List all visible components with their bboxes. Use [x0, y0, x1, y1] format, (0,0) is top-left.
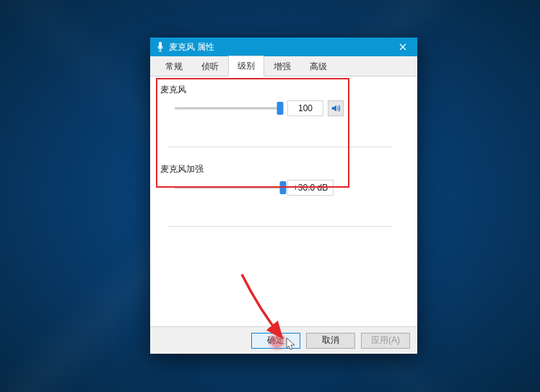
mic-level-slider-thumb[interactable] — [276, 102, 283, 115]
mic-level-label: 麦克风 — [160, 84, 407, 96]
microphone-properties-dialog: 麦克风 属性 常规 侦听 级别 增强 高级 麦克风 100 — [150, 38, 417, 354]
close-icon — [399, 43, 406, 51]
mic-level-value[interactable]: 100 — [287, 100, 323, 116]
dialog-footer: 确定 取消 应用(A) — [150, 326, 417, 354]
tab-general[interactable]: 常规 — [156, 56, 192, 77]
titlebar[interactable]: 麦克风 属性 — [150, 38, 417, 56]
mic-boost-value: +30.0 dB — [287, 180, 334, 196]
mic-mute-button[interactable] — [328, 100, 344, 116]
speaker-icon — [331, 103, 341, 113]
tab-content-levels: 麦克风 100 麦克风加强 — [150, 77, 417, 326]
cancel-button[interactable]: 取消 — [306, 333, 355, 349]
ok-button-label: 确定 — [267, 334, 284, 347]
tab-listen[interactable]: 侦听 — [192, 56, 228, 77]
tab-levels[interactable]: 级别 — [228, 56, 264, 77]
mic-boost-slider[interactable] — [175, 180, 283, 195]
mic-boost-section: 麦克风加强 +30.0 dB — [160, 163, 407, 227]
mic-boost-label: 麦克风加强 — [160, 163, 407, 175]
microphone-icon — [156, 42, 165, 52]
mic-level-section: 麦克风 100 — [160, 84, 407, 147]
tab-enhance[interactable]: 增强 — [264, 56, 300, 77]
close-button[interactable] — [388, 38, 417, 56]
mic-level-slider[interactable] — [175, 101, 283, 116]
apply-button: 应用(A) — [361, 333, 410, 349]
mic-boost-slider-thumb[interactable] — [280, 181, 287, 194]
window-title: 麦克风 属性 — [169, 41, 388, 53]
tab-strip: 常规 侦听 级别 增强 高级 — [150, 56, 417, 77]
annotation-cursor-icon — [286, 337, 296, 352]
tab-advanced[interactable]: 高级 — [300, 56, 336, 77]
